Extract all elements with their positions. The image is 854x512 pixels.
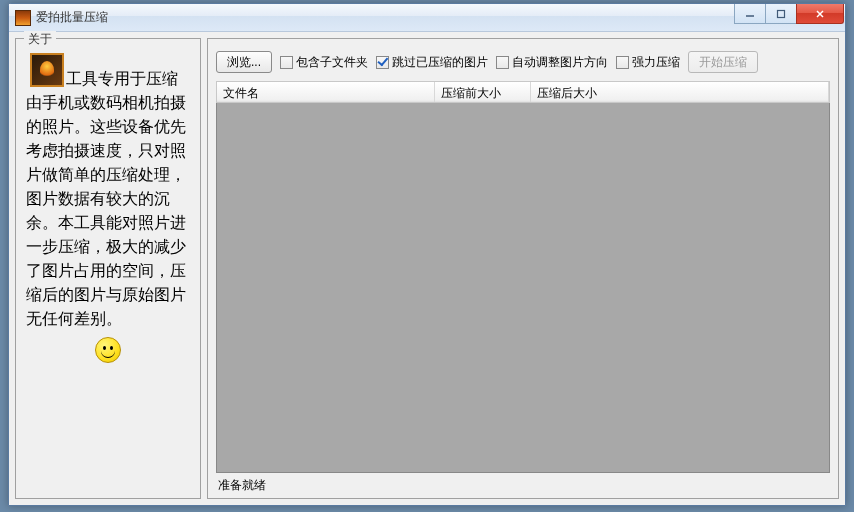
checkbox-icon: [496, 56, 509, 69]
app-icon: [15, 10, 31, 26]
table-body[interactable]: [216, 103, 830, 473]
maximize-button[interactable]: [765, 4, 797, 24]
about-icon: [30, 53, 64, 87]
browse-button[interactable]: 浏览...: [216, 51, 272, 73]
auto-orient-checkbox[interactable]: 自动调整图片方向: [496, 54, 608, 71]
main-panel: 浏览... 包含子文件夹 跳过已压缩的图片 自动调整图片方向 强力压缩: [207, 38, 839, 499]
column-size-before[interactable]: 压缩前大小: [435, 82, 531, 102]
column-size-after[interactable]: 压缩后大小: [531, 82, 829, 102]
checkbox-icon: [376, 56, 389, 69]
svg-rect-1: [778, 10, 785, 17]
toolbar: 浏览... 包含子文件夹 跳过已压缩的图片 自动调整图片方向 强力压缩: [216, 47, 830, 81]
window-controls: [735, 4, 844, 24]
titlebar[interactable]: 爱拍批量压缩: [9, 4, 845, 32]
content-area: 关于 工具专用于压缩由手机或数码相机拍摄的照片。这些设备优先考虑拍摄速度，只对照…: [9, 32, 845, 505]
about-panel-title: 关于: [24, 31, 56, 48]
checkbox-icon: [616, 56, 629, 69]
table-header: 文件名 压缩前大小 压缩后大小: [216, 81, 830, 103]
column-filename[interactable]: 文件名: [217, 82, 435, 102]
checkbox-label: 跳过已压缩的图片: [392, 54, 488, 71]
skip-compressed-checkbox[interactable]: 跳过已压缩的图片: [376, 54, 488, 71]
checkbox-label: 自动调整图片方向: [512, 54, 608, 71]
checkbox-icon: [280, 56, 293, 69]
window-title: 爱拍批量压缩: [36, 9, 735, 26]
include-subfolders-checkbox[interactable]: 包含子文件夹: [280, 54, 368, 71]
strong-compress-checkbox[interactable]: 强力压缩: [616, 54, 680, 71]
minimize-button[interactable]: [734, 4, 766, 24]
smiley-icon: [95, 337, 121, 363]
status-bar: 准备就绪: [216, 473, 830, 494]
about-panel: 关于 工具专用于压缩由手机或数码相机拍摄的照片。这些设备优先考虑拍摄速度，只对照…: [15, 38, 201, 499]
checkbox-label: 包含子文件夹: [296, 54, 368, 71]
checkbox-label: 强力压缩: [632, 54, 680, 71]
close-button[interactable]: [796, 4, 844, 24]
start-compress-button[interactable]: 开始压缩: [688, 51, 758, 73]
app-window: 爱拍批量压缩 关于 工具专用于压缩由手机或数码相机拍摄的照片。这些设备优先考虑拍…: [8, 3, 846, 506]
about-text: 工具专用于压缩由手机或数码相机拍摄的照片。这些设备优先考虑拍摄速度，只对照片做简…: [24, 67, 192, 331]
